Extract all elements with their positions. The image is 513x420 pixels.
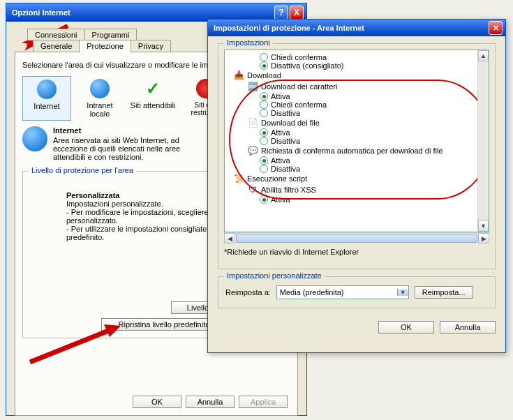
- fieldset-legend: Impostazioni: [224, 38, 273, 47]
- subgroup-xss-filter: 🛡Abilita filtro XSS: [247, 184, 489, 195]
- radio-option[interactable]: Attiva: [260, 128, 489, 137]
- radio-option[interactable]: Attiva: [260, 195, 489, 204]
- zone-desc-line: eccezione di quelli elencati nelle aree: [53, 144, 180, 153]
- fieldset-legend: Livello di protezione per l'area: [29, 166, 136, 174]
- scroll-up-button[interactable]: ▲: [478, 50, 489, 61]
- zone-label: Intranet locale: [77, 101, 123, 118]
- radio-option[interactable]: Chiedi conferma: [260, 100, 489, 109]
- font-icon: 🔤: [247, 81, 258, 92]
- dialog-buttons: OK Annulla Applica: [133, 396, 288, 408]
- restart-note: *Richiede un riavvio di Internet Explore…: [224, 248, 489, 256]
- shield-icon: 🛡: [247, 184, 258, 195]
- ok-button[interactable]: OK: [378, 321, 434, 333]
- group-download: 📥Download: [233, 70, 489, 81]
- subgroup-file-download: 📄Download dei file: [247, 117, 489, 128]
- tab-security[interactable]: Protezione: [79, 40, 131, 53]
- script-icon: 📜: [233, 173, 244, 184]
- prompt-icon: 💬: [247, 145, 258, 156]
- titlebar[interactable]: Impostazioni di protezione - Area Intern…: [208, 20, 505, 36]
- cancel-button[interactable]: Annulla: [440, 321, 496, 333]
- tab-privacy[interactable]: Privacy: [131, 40, 171, 52]
- scroll-left-button[interactable]: ◀: [224, 233, 235, 243]
- tab-general[interactable]: Generale: [33, 40, 80, 52]
- radio-option[interactable]: Disattiva: [260, 109, 489, 117]
- scroll-thumb[interactable]: [236, 234, 477, 243]
- custom-settings-fieldset: Impostazioni personalizzate Reimposta a:…: [218, 276, 496, 308]
- scroll-right-button[interactable]: ▶: [478, 233, 489, 243]
- subgroup-font-download: 🔤Download dei caratteri: [247, 81, 489, 92]
- reset-level-dropdown[interactable]: Media (predefinita) ▼: [276, 285, 409, 299]
- tab-programs[interactable]: Programmi: [84, 29, 137, 40]
- zone-label: Siti attendibili: [130, 101, 176, 110]
- fieldset-legend: Impostazioni personalizzate: [224, 271, 325, 280]
- dropdown-value: Media (predefinita): [277, 288, 397, 297]
- close-button[interactable]: X: [290, 6, 304, 20]
- vertical-scrollbar[interactable]: ▲ ▼: [477, 50, 489, 232]
- scroll-down-button[interactable]: ▼: [478, 220, 489, 232]
- radio-option[interactable]: Disattiva: [260, 137, 489, 145]
- group-scripting: 📜Esecuzione script: [233, 173, 489, 184]
- security-settings-window: Impostazioni di protezione - Area Intern…: [207, 19, 506, 353]
- zone-intranet[interactable]: Intranet locale: [75, 76, 124, 121]
- close-button[interactable]: ✕: [489, 21, 503, 35]
- chevron-down-icon[interactable]: ▼: [397, 289, 408, 296]
- zone-desc-line: attendibili e con restrizioni.: [53, 153, 180, 161]
- ok-button[interactable]: OK: [133, 396, 181, 408]
- settings-fieldset: Impostazioni Chiedi conferma Disattiva (…: [218, 43, 496, 269]
- radio-option[interactable]: Attiva: [260, 156, 489, 165]
- radio-option[interactable]: Disattiva: [260, 165, 489, 173]
- cancel-button[interactable]: Annulla: [186, 396, 235, 408]
- zone-label: Internet: [24, 102, 69, 110]
- tab-connections[interactable]: Connessioni: [27, 29, 85, 40]
- zone-trusted[interactable]: ✓ Siti attendibili: [128, 76, 177, 121]
- subgroup-auto-prompt: 💬Richiesta di conferma automatica per do…: [247, 145, 489, 156]
- file-icon: 📄: [247, 117, 258, 128]
- globe-icon: [22, 126, 47, 151]
- window-title: Impostazioni di protezione - Area Intern…: [214, 24, 489, 32]
- settings-tree[interactable]: Chiedi conferma Disattiva (consigliato) …: [224, 50, 489, 232]
- check-icon: ✓: [143, 79, 163, 98]
- zone-internet[interactable]: Internet: [22, 76, 71, 121]
- help-button[interactable]: ?: [274, 6, 288, 20]
- download-icon: 📥: [233, 70, 244, 81]
- globe-icon: [37, 80, 57, 99]
- dialog-buttons: OK Annulla: [218, 321, 496, 333]
- radio-option[interactable]: Disattiva (consigliato): [260, 61, 489, 70]
- zone-desc-line: Area riservata ai siti Web Internet, ad: [53, 136, 180, 144]
- reset-to-label: Reimposta a:: [225, 288, 271, 297]
- zone-desc-title: Internet: [53, 126, 180, 135]
- window-title: Opzioni Internet: [12, 8, 273, 17]
- apply-button: Applica: [239, 396, 288, 408]
- reset-button[interactable]: Reimposta...: [415, 286, 473, 299]
- custom-title: Personalizzata: [66, 191, 119, 200]
- horizontal-scrollbar[interactable]: ◀ ▶: [224, 232, 489, 243]
- globe-lan-icon: [90, 79, 110, 98]
- radio-option[interactable]: Attiva: [260, 92, 489, 100]
- radio-option[interactable]: Chiedi conferma: [260, 53, 489, 61]
